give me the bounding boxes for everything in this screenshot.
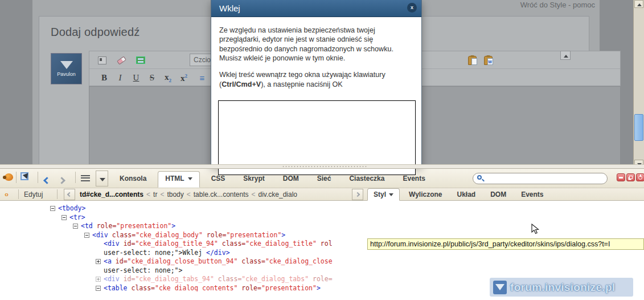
minimize-icon	[619, 177, 623, 179]
breadcrumb-scroll-left-button[interactable]	[64, 189, 75, 200]
bullet-list-button[interactable]	[195, 71, 209, 84]
screenshot-root: Wróć do Style - pomoc Dodaj odpowiedź Pa…	[0, 0, 644, 300]
tree-node[interactable]: <div id="cke_dialog_tabs_94" class="cke_…	[0, 275, 342, 284]
watermark-text: forum.invisionize.pl	[510, 281, 615, 294]
collapse-icon[interactable]	[73, 224, 78, 229]
breadcrumb-item[interactable]: div.cke_dialo	[259, 190, 297, 198]
avatar-name: Pavulon	[57, 71, 76, 77]
underline-button[interactable]: U	[129, 71, 143, 84]
tab-html[interactable]: HTML	[158, 171, 199, 188]
expand-icon[interactable]	[96, 259, 101, 264]
browser-scrollbar-thumb[interactable]	[634, 114, 643, 141]
source-button[interactable]	[95, 54, 109, 67]
panel-dropdown-button[interactable]	[96, 171, 108, 187]
firebug-menu-icon[interactable]	[5, 173, 13, 181]
scroll-up-icon[interactable]	[634, 0, 643, 8]
tree-node[interactable]: <td role="presentation">	[0, 222, 342, 231]
breadcrumb-item[interactable]: tbody	[167, 190, 183, 198]
breadcrumb-current[interactable]: td#cke_d...contents	[80, 190, 143, 198]
paste-icon	[468, 56, 477, 65]
close-icon[interactable]: x	[407, 3, 417, 13]
bold-button[interactable]: B	[97, 71, 111, 84]
side-tab-układ[interactable]: Układ	[451, 189, 481, 200]
chevron-right-icon	[355, 192, 360, 197]
search-input[interactable]	[473, 173, 608, 184]
chevron-right-icon	[58, 177, 65, 184]
stylesheet-url-tooltip: http://forum.invisionize.pl/public/js/3r…	[367, 238, 644, 250]
edit-button[interactable]: Edytuj	[24, 190, 43, 198]
inspect-element-icon[interactable]	[20, 172, 28, 180]
tree-node[interactable]: <div id="cke_dialog_title_94" class="cke…	[0, 240, 342, 249]
side-tab-dom[interactable]: DOM	[485, 189, 512, 200]
detach-window-button[interactable]	[626, 173, 635, 181]
side-tab-events[interactable]: Events	[515, 189, 549, 200]
eraser-icon	[117, 56, 126, 64]
tree-node[interactable]: <tr>	[0, 213, 342, 222]
firebug-splitter[interactable]	[0, 164, 644, 169]
watermark: forum.invisionize.pl	[490, 278, 633, 297]
tree-node[interactable]: user-select: none;">	[0, 266, 342, 275]
paste-from-word-button[interactable]: W	[481, 54, 495, 67]
tab-konsola[interactable]: Konsola	[113, 172, 153, 185]
template-icon	[136, 56, 145, 64]
dialog-message: Ze względu na ustawienia bezpieczeństwa …	[219, 26, 413, 63]
bold-icon: B	[101, 73, 107, 83]
collapse-icon[interactable]	[61, 215, 67, 220]
firebug-subtoolbar: ‹› Edytuj td#cke_d...contents<tr<tbody<t…	[0, 188, 644, 201]
minimize-button[interactable]	[617, 173, 625, 181]
back-to-style-link[interactable]: Wróć do Style - pomoc	[520, 1, 595, 9]
paste-from-word-icon: W	[484, 56, 493, 65]
collapse-icon[interactable]	[50, 206, 55, 211]
breadcrumb-separator: <	[160, 190, 164, 198]
detach-icon	[629, 176, 633, 179]
browser-scrollbar[interactable]	[633, 0, 644, 169]
breadcrumb: td#cke_d...contents<tr<tbody<table.ck...…	[80, 190, 347, 198]
html-tree-panel[interactable]: <tbody><tr><td role="presentation"><div …	[0, 201, 342, 291]
tree-node[interactable]: <a id="cke_dialog_close_button_94" class…	[0, 257, 342, 266]
subscript-icon: x2	[165, 72, 171, 83]
breadcrumb-separator: <	[187, 190, 191, 198]
expand-icon[interactable]	[96, 277, 101, 282]
tree-node[interactable]: <tbody>	[0, 204, 342, 213]
chevron-left-icon	[67, 192, 72, 197]
template-button[interactable]	[134, 54, 147, 67]
collapse-icon[interactable]	[96, 286, 101, 291]
breadcrumb-separator: <	[146, 190, 150, 198]
breadcrumb-item[interactable]: tr	[153, 190, 157, 198]
italic-button[interactable]: I	[113, 71, 127, 84]
history-back-button[interactable]	[44, 175, 50, 185]
collapse-icon[interactable]	[84, 233, 89, 238]
breadcrumb-separator: <	[252, 190, 256, 198]
paste-button[interactable]	[465, 54, 479, 67]
underline-icon: U	[133, 73, 140, 83]
superscript-button[interactable]: x2	[177, 71, 191, 84]
tree-node[interactable]: <div class="cke_dialog_body" role="prese…	[0, 231, 342, 240]
style-panel-tabs: StylWyliczoneUkładDOMEvents	[367, 188, 549, 201]
collapse-toolbar-button[interactable]	[560, 51, 571, 60]
breadcrumb-scroll-right-button[interactable]	[352, 189, 363, 200]
dialog-body: Ze względu na ustawienia bezpieczeństwa …	[211, 18, 421, 167]
deactivate-button[interactable]	[636, 173, 644, 181]
page-left-margin	[0, 0, 32, 169]
eraser-button[interactable]	[114, 54, 128, 67]
chevron-down-icon	[389, 193, 393, 196]
avatar-logo-icon	[60, 61, 73, 69]
breadcrumb-item[interactable]: table.ck...contents	[194, 190, 249, 198]
bullet-list-icon	[200, 73, 205, 83]
hamburger-menu-icon[interactable]	[81, 175, 90, 181]
mouse-cursor-icon	[531, 224, 540, 235]
power-icon	[638, 176, 642, 180]
side-tab-wyliczone[interactable]: Wyliczone	[403, 189, 448, 200]
side-tab-styl[interactable]: Styl	[367, 188, 400, 201]
dialog-instruction: Wklej treść wewnątrz tego okna używając …	[219, 70, 413, 89]
splitter-grip-icon	[282, 165, 367, 168]
tree-node[interactable]: user-select: none;">Wklej </div>	[0, 249, 342, 258]
tree-node[interactable]: <table class="cke_dialog_contents" role=…	[0, 284, 342, 292]
dialog-title[interactable]: Wklej	[211, 0, 421, 17]
strikethrough-button[interactable]: S	[145, 71, 159, 84]
subscript-button[interactable]: x2	[161, 71, 175, 84]
chevron-left-icon	[43, 177, 51, 184]
code-brackets-icon: ‹›	[5, 190, 8, 198]
history-forward-button[interactable]	[59, 175, 64, 185]
superscript-icon: x2	[181, 73, 187, 83]
